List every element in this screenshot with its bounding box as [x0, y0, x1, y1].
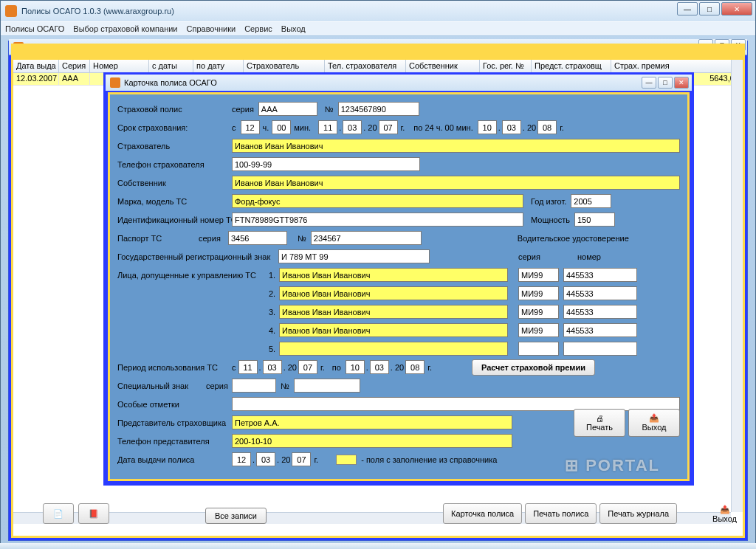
lic2-series[interactable]: [518, 286, 559, 300]
policy-label: Страховой полис: [117, 105, 232, 114]
series-input[interactable]: [258, 102, 317, 116]
col-from[interactable]: с даты: [149, 60, 193, 72]
end-year[interactable]: [537, 120, 557, 134]
driver4-input[interactable]: [279, 323, 508, 337]
menu-exit[interactable]: Выход: [281, 24, 306, 33]
col-rep[interactable]: Предст. страховщ: [532, 60, 611, 72]
lic3-num[interactable]: [563, 305, 637, 319]
toolbar-new-icon[interactable]: 📄: [43, 503, 74, 524]
col-phone[interactable]: Тел. страхователя: [325, 60, 406, 72]
watermark: ⊞ PORTAL: [565, 456, 660, 475]
print-journal-button[interactable]: Печать журнала: [599, 503, 677, 524]
col-series[interactable]: Серия: [59, 60, 90, 72]
special-series[interactable]: [232, 379, 276, 393]
printer-icon: 🖨: [596, 414, 604, 423]
pseries-label: серия: [199, 234, 228, 243]
use-sy[interactable]: [298, 360, 317, 374]
mdi-exit-button[interactable]: Выход: [712, 514, 737, 523]
use-em[interactable]: [370, 360, 389, 374]
passport-series[interactable]: [228, 231, 287, 245]
start-min[interactable]: [272, 120, 291, 134]
g2-label: г.: [560, 123, 564, 132]
col-plate[interactable]: Гос. рег. №: [480, 60, 532, 72]
card-button[interactable]: Карточка полиса: [443, 503, 522, 524]
menu-company[interactable]: Выбор страховой компании: [73, 24, 177, 33]
start-day[interactable]: [318, 120, 337, 134]
driver1-input[interactable]: [279, 268, 508, 282]
col-to[interactable]: по дату: [193, 60, 244, 72]
end-day[interactable]: [478, 120, 497, 134]
lic1-series[interactable]: [518, 268, 559, 282]
col-insurer[interactable]: Страхователь: [244, 60, 325, 72]
rep-input[interactable]: [232, 415, 512, 429]
model-input[interactable]: [232, 194, 523, 208]
print-policy-button[interactable]: Печать полиса: [525, 503, 597, 524]
use-sd[interactable]: [238, 360, 258, 374]
exit-icon: 📤: [720, 505, 730, 514]
lic2-num[interactable]: [563, 286, 637, 300]
menu-bar: Полисы ОСАГО Выбор страховой компании Сп…: [1, 21, 755, 36]
number-input[interactable]: [338, 102, 419, 116]
use-ey[interactable]: [405, 360, 425, 374]
to-label: по: [332, 363, 341, 372]
year-label: Год изгот.: [531, 197, 566, 206]
power-input[interactable]: [574, 213, 615, 227]
driver2-input[interactable]: [279, 286, 508, 300]
menu-policies[interactable]: Полисы ОСАГО: [5, 24, 64, 33]
start-year[interactable]: [379, 120, 398, 134]
legend-label: - поля с заполнение из справочника: [361, 455, 497, 464]
repphone-label: Телефон представителя: [117, 437, 232, 446]
lic4-series[interactable]: [518, 323, 559, 337]
lic3-series[interactable]: [518, 305, 559, 319]
main-title-bar[interactable]: Полисы ОСАГО 1.0.3 (www.araxgroup.ru) — …: [1, 1, 755, 21]
card-maximize[interactable]: □: [658, 77, 673, 89]
passport-number[interactable]: [311, 231, 422, 245]
card-close[interactable]: ✕: [674, 77, 689, 89]
remarks-label: Особые отметки: [117, 400, 232, 409]
issue-m[interactable]: [256, 452, 275, 466]
lic4-num[interactable]: [563, 323, 637, 337]
lic1-num[interactable]: [563, 268, 637, 282]
col-num[interactable]: Номер: [90, 60, 149, 72]
driver3-input[interactable]: [279, 305, 508, 319]
menu-service[interactable]: Сервис: [244, 24, 272, 33]
g1-label: г.: [401, 123, 405, 132]
vin-input[interactable]: [232, 213, 523, 227]
year-input[interactable]: [571, 194, 611, 208]
toolbar-delete-icon[interactable]: 📕: [78, 503, 109, 524]
min-label: мин.: [294, 123, 311, 132]
policy-card-dialog: Карточка полиса ОСАГО — □ ✕ Страховой по…: [103, 72, 694, 486]
repphone-input[interactable]: [232, 434, 512, 448]
card-title-bar[interactable]: Карточка полиса ОСАГО — □ ✕: [106, 75, 692, 91]
print-button[interactable]: 🖨Печать: [574, 409, 625, 437]
insurer-input[interactable]: [232, 139, 680, 153]
owner-input[interactable]: [232, 176, 680, 190]
end-month[interactable]: [502, 120, 521, 134]
issue-d[interactable]: [232, 452, 251, 466]
calc-button[interactable]: Расчет страховой премии: [472, 359, 595, 376]
card-minimize[interactable]: —: [642, 77, 656, 89]
period-label: Срок страхования:: [117, 123, 232, 132]
phone-input[interactable]: [232, 157, 420, 171]
vertical-scrollbar[interactable]: [731, 60, 743, 512]
close-button[interactable]: ✕: [721, 2, 752, 15]
menu-refs[interactable]: Справочники: [187, 24, 236, 33]
use-sm[interactable]: [263, 360, 282, 374]
start-month[interactable]: [343, 120, 362, 134]
maximize-button[interactable]: □: [699, 2, 720, 15]
lic5-series[interactable]: [518, 342, 559, 356]
plate-input[interactable]: [278, 249, 430, 263]
use-ed[interactable]: [346, 360, 365, 374]
lic5-num[interactable]: [563, 342, 637, 356]
driver5-input[interactable]: [279, 342, 508, 356]
col-owner[interactable]: Собственник: [406, 60, 480, 72]
special-num[interactable]: [294, 379, 360, 393]
col-date[interactable]: Дата выда: [13, 60, 59, 72]
all-records-button[interactable]: Все записи: [205, 508, 267, 524]
exit-button[interactable]: 📤Выход: [628, 409, 680, 437]
start-hour[interactable]: [241, 120, 260, 134]
plate-label: Государственный регистрационный знак: [117, 252, 278, 261]
issue-y[interactable]: [292, 452, 311, 466]
minimize-button[interactable]: —: [677, 2, 698, 15]
col-premium[interactable]: Страх. премия: [611, 60, 743, 72]
